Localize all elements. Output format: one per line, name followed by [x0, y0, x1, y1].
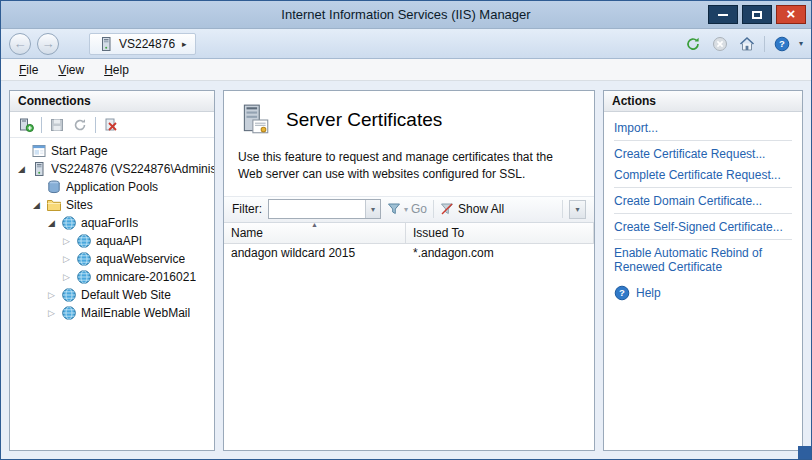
- action-import[interactable]: Import...: [614, 117, 792, 138]
- help-button[interactable]: ?: [772, 34, 792, 54]
- expanded-expander-icon[interactable]: ◢: [16, 164, 27, 174]
- delete-connection-button[interactable]: [103, 117, 119, 133]
- show-all-label: Show All: [458, 202, 504, 216]
- connections-panel: Connections Start Page◢VS224876 (VS22487…: [9, 90, 215, 451]
- column-header-name[interactable]: Name▲: [224, 223, 406, 243]
- tree-item-label: Application Pools: [66, 180, 158, 194]
- dropdown-icon: ▾: [575, 205, 579, 214]
- filter-right: ▾: [562, 200, 586, 219]
- tree-item-omnicare-2016021[interactable]: ▷omnicare-2016021: [10, 268, 214, 286]
- actions-list: Import...Create Certificate Request...Co…: [604, 112, 802, 277]
- collapsed-expander-icon[interactable]: ▷: [61, 236, 72, 246]
- certificates-grid-header: Name▲Issued To: [224, 223, 594, 244]
- breadcrumb-arrow-icon[interactable]: ▸: [182, 39, 187, 49]
- minimize-button[interactable]: [708, 5, 738, 24]
- breadcrumb[interactable]: VS224876 ▸: [89, 33, 196, 55]
- tree-item-label: Start Page: [51, 144, 108, 158]
- action-help[interactable]: ? Help: [604, 277, 802, 309]
- help-dropdown-icon[interactable]: ▾: [799, 39, 803, 48]
- menu-help[interactable]: Help: [96, 61, 137, 79]
- connections-tree: Start Page◢VS224876 (VS224876\AdministAp…: [10, 138, 214, 450]
- expanded-expander-icon[interactable]: ◢: [31, 200, 42, 210]
- tree-item-mailenable-webmail[interactable]: ▷MailEnable WebMail: [10, 304, 214, 322]
- cert-issued-to-cell: *.andagon.com: [406, 246, 594, 260]
- tree-item-start-page[interactable]: Start Page: [10, 142, 214, 160]
- tree-item-default-web-site[interactable]: ▷Default Web Site: [10, 286, 214, 304]
- home-button[interactable]: [737, 34, 757, 54]
- action-create-self-signed-certificate[interactable]: Create Self-Signed Certificate...: [614, 216, 792, 237]
- action-enable-automatic-rebind-of-renewed-certificate[interactable]: Enable Automatic Rebind of Renewed Certi…: [614, 242, 792, 277]
- breadcrumb-server[interactable]: VS224876: [119, 37, 175, 51]
- menu-bar: FileViewHelp: [1, 59, 811, 81]
- close-button[interactable]: ×: [776, 5, 806, 24]
- group-dropdown-button[interactable]: ▾: [569, 200, 586, 219]
- tree-item-label: omnicare-2016021: [96, 270, 196, 284]
- tree-item-application-pools[interactable]: Application Pools: [10, 178, 214, 196]
- go-dropdown-icon: ▾: [404, 205, 408, 214]
- home-icon: [739, 36, 755, 52]
- title-bar[interactable]: Internet Information Services (IIS) Mana…: [1, 1, 811, 29]
- site-icon: [76, 251, 92, 267]
- filter-combo: ▾: [268, 199, 381, 219]
- tree-item-vs224876-vs224876-administ[interactable]: ◢VS224876 (VS224876\Administ: [10, 160, 214, 178]
- tree-item-aquawebservice[interactable]: ▷aquaWebservice: [10, 250, 214, 268]
- collapsed-expander-icon[interactable]: ▷: [46, 308, 57, 318]
- tree-item-label: VS224876 (VS224876\Administ: [51, 162, 214, 176]
- tree-item-label: aquaWebservice: [96, 252, 185, 266]
- expanded-expander-icon[interactable]: ◢: [46, 218, 57, 228]
- filter-input[interactable]: [269, 201, 365, 217]
- refresh-connections-button[interactable]: [72, 117, 88, 133]
- svg-text:?: ?: [619, 287, 625, 298]
- svg-text:?: ?: [779, 38, 785, 49]
- back-button[interactable]: ←: [9, 33, 31, 55]
- certificate-row[interactable]: andagon wildcard 2015*.andagon.com: [224, 244, 594, 263]
- menu-file[interactable]: File: [11, 61, 46, 79]
- refresh-button[interactable]: [683, 34, 703, 54]
- tree-item-aquaapi[interactable]: ▷aquaAPI: [10, 232, 214, 250]
- column-header-issued-to[interactable]: Issued To: [406, 223, 594, 243]
- go-label: Go: [411, 202, 427, 216]
- forward-button[interactable]: →: [37, 33, 59, 55]
- actions-separator: [614, 213, 792, 214]
- actions-header: Actions: [604, 91, 802, 112]
- stop-button[interactable]: [710, 34, 730, 54]
- maximize-button[interactable]: [742, 5, 772, 24]
- column-header-label: Issued To: [413, 226, 464, 240]
- cert-name-cell: andagon wildcard 2015: [224, 246, 406, 260]
- action-create-domain-certificate[interactable]: Create Domain Certificate...: [614, 190, 792, 211]
- server-icon: [31, 161, 47, 177]
- save-connections-button[interactable]: [49, 117, 65, 133]
- connections-toolbar: [10, 112, 214, 138]
- show-all-button[interactable]: Show All: [440, 202, 504, 216]
- feature-description: Use this feature to request and manage c…: [224, 141, 594, 196]
- maximize-icon: [752, 11, 762, 19]
- site-icon: [61, 287, 77, 303]
- collapsed-expander-icon[interactable]: ▷: [61, 254, 72, 264]
- iis-manager-window: Internet Information Services (IIS) Mana…: [0, 0, 812, 460]
- collapsed-expander-icon[interactable]: ▷: [46, 290, 57, 300]
- menu-view[interactable]: View: [50, 61, 92, 79]
- folder-icon: [46, 197, 62, 213]
- filter-dropdown-icon[interactable]: ▾: [365, 200, 380, 218]
- create-connection-button[interactable]: [18, 117, 34, 133]
- filter-bar: Filter: ▾ ▾ Go Show All ▾: [224, 196, 594, 223]
- toolbar-separator: [764, 36, 765, 52]
- minimize-icon: [718, 14, 728, 16]
- actions-panel: Actions Import...Create Certificate Requ…: [603, 90, 803, 451]
- actions-separator: [614, 239, 792, 240]
- resize-grip[interactable]: [798, 446, 811, 459]
- close-icon: ×: [787, 6, 796, 21]
- filter-separator: [433, 200, 434, 218]
- tree-item-aquaforiis[interactable]: ◢aquaForIIs: [10, 214, 214, 232]
- navigation-toolbar: ← → VS224876 ▸ ? ▾: [1, 29, 811, 59]
- tree-item-sites[interactable]: ◢Sites: [10, 196, 214, 214]
- actions-separator: [614, 140, 792, 141]
- back-icon: ←: [14, 36, 27, 51]
- certificates-grid: andagon wildcard 2015*.andagon.com: [224, 244, 594, 450]
- collapsed-expander-icon[interactable]: ▷: [61, 272, 72, 282]
- site-icon: [76, 269, 92, 285]
- sort-asc-icon: ▲: [311, 221, 318, 228]
- action-create-certificate-request[interactable]: Create Certificate Request...: [614, 143, 792, 164]
- action-complete-certificate-request[interactable]: Complete Certificate Request...: [614, 164, 792, 185]
- go-button[interactable]: ▾ Go: [387, 202, 427, 216]
